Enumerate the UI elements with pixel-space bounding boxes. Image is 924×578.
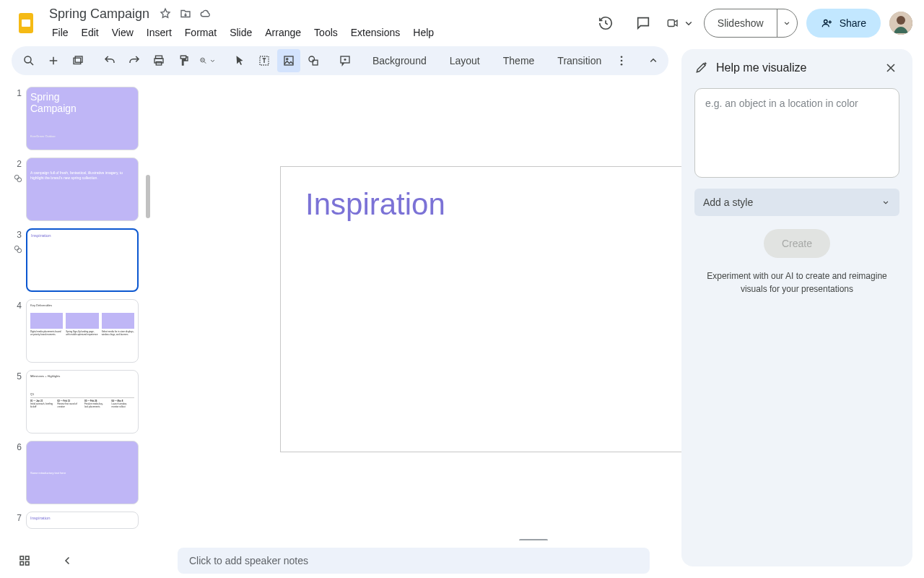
slide-thumb-4[interactable]: Key Deliverables Digital media placement…: [26, 299, 139, 363]
redo-button[interactable]: [123, 49, 146, 72]
star-icon[interactable]: [158, 7, 173, 21]
shape-tool[interactable]: [302, 49, 325, 72]
svg-rect-26: [20, 556, 24, 560]
collapse-toolbar-button[interactable]: [642, 49, 665, 72]
svg-rect-11: [156, 62, 162, 66]
image-tool[interactable]: [277, 49, 300, 72]
svg-rect-1: [22, 20, 30, 27]
cloud-status-icon[interactable]: [199, 7, 213, 21]
style-dropdown[interactable]: Add a style: [694, 189, 899, 216]
chevron-down-icon: [209, 54, 217, 67]
theme-button[interactable]: Theme: [496, 49, 542, 72]
menu-insert[interactable]: Insert: [141, 24, 178, 41]
slideshow-button[interactable]: Slideshow: [705, 9, 777, 37]
svg-point-20: [621, 60, 623, 62]
svg-rect-29: [26, 562, 30, 566]
style-dropdown-label: Add a style: [703, 197, 753, 208]
comment-tool[interactable]: [334, 49, 357, 72]
share-button[interactable]: Share: [806, 9, 881, 38]
side-panel-title: Help me visualize: [716, 61, 875, 74]
more-tools-button[interactable]: [610, 49, 633, 72]
animation-badge-icon: [13, 244, 23, 256]
account-avatar[interactable]: [889, 12, 912, 35]
svg-point-21: [621, 64, 623, 66]
meet-button[interactable]: [666, 9, 695, 38]
people-icon: [821, 17, 834, 30]
prompt-input[interactable]: [694, 88, 899, 178]
svg-rect-27: [26, 556, 30, 560]
app-header: Spring Campaign File Edit View Insert Fo…: [0, 0, 924, 46]
svg-point-15: [287, 59, 288, 60]
create-button[interactable]: Create: [764, 229, 830, 258]
background-button[interactable]: Background: [365, 49, 434, 72]
slide-number: 7: [12, 512, 22, 529]
svg-rect-28: [20, 562, 24, 566]
slide-number: 6: [12, 441, 22, 504]
select-tool[interactable]: [228, 49, 251, 72]
menu-tools[interactable]: Tools: [308, 24, 344, 41]
svg-point-24: [14, 246, 19, 250]
transition-button[interactable]: Transition: [550, 49, 609, 72]
menu-edit[interactable]: Edit: [76, 24, 105, 41]
text-box-tool[interactable]: [253, 49, 276, 72]
svg-point-6: [25, 56, 31, 63]
svg-rect-2: [668, 20, 674, 27]
menu-slide[interactable]: Slide: [224, 24, 258, 41]
new-slide-button[interactable]: [42, 49, 65, 72]
svg-point-5: [897, 16, 905, 25]
undo-button[interactable]: [98, 49, 121, 72]
menu-extensions[interactable]: Extensions: [345, 24, 406, 41]
svg-rect-8: [75, 56, 82, 62]
history-icon[interactable]: [591, 9, 620, 38]
menu-format[interactable]: Format: [179, 24, 222, 41]
menu-view[interactable]: View: [106, 24, 139, 41]
sparkle-pen-icon: [694, 60, 709, 77]
slide-number: 4: [12, 299, 22, 363]
slide-thumb-1[interactable]: SpringCampaign EverGreen Outdoor: [26, 87, 139, 150]
slide-thumb-6[interactable]: Some introductory text here: [26, 441, 139, 504]
footer: Click to add speaker notes: [0, 543, 679, 578]
document-title[interactable]: Spring Campaign: [46, 5, 152, 23]
grid-view-button[interactable]: [12, 548, 38, 574]
toolbar: Background Layout Theme Transition: [12, 46, 668, 75]
print-button[interactable]: [147, 49, 170, 72]
menu-help[interactable]: Help: [407, 24, 440, 41]
slideshow-button-group: Slideshow: [704, 9, 798, 38]
svg-rect-14: [284, 56, 293, 65]
svg-point-19: [621, 56, 623, 58]
slides-logo[interactable]: [12, 9, 40, 38]
svg-point-16: [309, 56, 315, 62]
move-icon[interactable]: [178, 7, 193, 21]
svg-point-3: [824, 20, 827, 24]
close-panel-button[interactable]: [882, 59, 899, 77]
svg-point-23: [17, 178, 22, 182]
slide-thumb-5[interactable]: Milestones + Highlights Q1 01 — Jan 21In…: [26, 370, 139, 434]
slideshow-dropdown[interactable]: [777, 9, 797, 37]
menu-bar: File Edit View Insert Format Slide Arran…: [46, 23, 585, 42]
slide-filmstrip[interactable]: 1 SpringCampaign EverGreen Outdoor 2 A c…: [0, 81, 152, 578]
side-panel-hint: Experiment with our AI to create and rei…: [694, 269, 899, 296]
slide-number: 1: [12, 87, 22, 150]
menu-file[interactable]: File: [46, 24, 74, 41]
svg-point-22: [14, 175, 19, 179]
slide-thumb-2[interactable]: A campaign full of fresh, fantastical, i…: [26, 158, 139, 221]
slide-thumb-3[interactable]: Inspiration: [26, 228, 139, 292]
collapse-filmstrip-button[interactable]: [55, 548, 81, 574]
new-slide-with-layout-button[interactable]: [66, 49, 90, 72]
svg-rect-7: [74, 58, 81, 64]
zoom-button[interactable]: [196, 49, 219, 72]
animation-badge-icon: [13, 173, 23, 186]
share-label: Share: [840, 17, 866, 29]
paint-format-button[interactable]: [172, 49, 195, 72]
slide-thumb-7[interactable]: Inspiration: [26, 512, 139, 529]
layout-button[interactable]: Layout: [443, 49, 487, 72]
slide-number: 3: [12, 228, 22, 292]
slide-number: 2: [12, 158, 22, 221]
speaker-notes-input[interactable]: Click to add speaker notes: [178, 548, 650, 574]
speaker-notes-resize-handle[interactable]: [519, 539, 548, 542]
speaker-notes-placeholder: Click to add speaker notes: [189, 555, 308, 566]
search-button[interactable]: [17, 49, 40, 72]
comments-icon[interactable]: [629, 9, 658, 38]
help-me-visualize-panel: Help me visualize Add a style Create Exp…: [681, 49, 912, 566]
menu-arrange[interactable]: Arrange: [259, 24, 307, 41]
